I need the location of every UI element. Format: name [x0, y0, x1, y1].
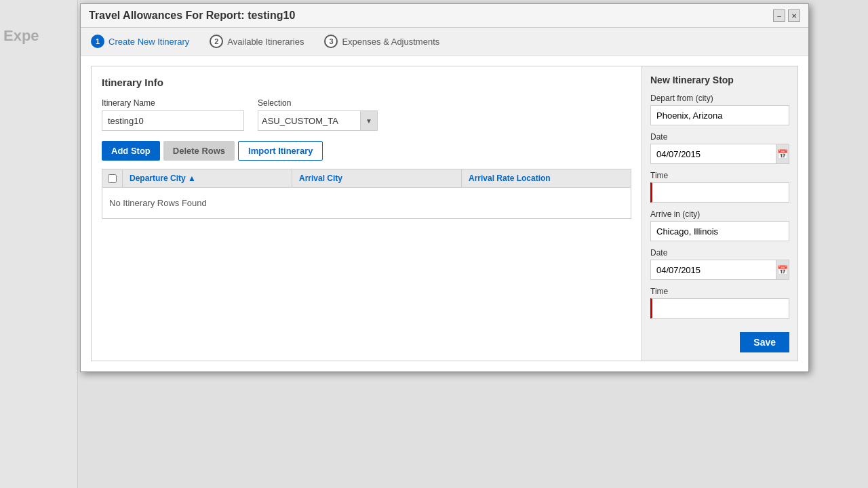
arrival-rate-location-header[interactable]: Arrival Rate Location	[462, 169, 631, 187]
selection-group: Selection ▼	[258, 98, 378, 131]
selection-input[interactable]	[258, 111, 360, 130]
depart-date-label: Date	[650, 132, 789, 142]
close-button[interactable]: ✕	[788, 9, 800, 22]
arrive-date-label: Date	[650, 248, 789, 258]
arrive-time-group: Time	[650, 287, 789, 319]
depart-time-label: Time	[650, 171, 789, 180]
step-expenses[interactable]: 3 Expenses & Adjustments	[324, 35, 439, 48]
action-buttons: Add Stop Delete Rows Import Itinerary	[102, 141, 631, 161]
add-stop-button[interactable]: Add Stop	[102, 141, 160, 161]
depart-time-group: Time	[650, 171, 789, 203]
arrive-date-calendar-icon[interactable]: 📅	[776, 260, 789, 280]
minimize-button[interactable]: –	[773, 9, 785, 22]
arrive-city-label: Arrive in (city)	[650, 209, 789, 219]
steps-bar: 1 Create New Itinerary 2 Available Itine…	[81, 28, 808, 56]
depart-date-calendar-icon[interactable]: 📅	[776, 144, 789, 164]
step-1-label: Create New Itinerary	[108, 37, 189, 47]
right-panel-content: New Itinerary Stop Depart from (city) Da…	[650, 75, 789, 325]
modal-container: Travel Allowances For Report: testing10 …	[80, 3, 809, 372]
section-title: Itinerary Info	[102, 77, 631, 88]
table-check-all[interactable]	[102, 170, 123, 187]
departure-city-header[interactable]: Departure City ▲	[123, 169, 292, 187]
itinerary-name-input[interactable]	[102, 110, 244, 131]
save-button[interactable]: Save	[740, 332, 789, 352]
step-2-number: 2	[210, 35, 223, 48]
left-panel: Itinerary Info Itinerary Name Selection …	[91, 66, 642, 361]
table-empty-message: No Itinerary Rows Found	[102, 188, 631, 218]
selection-wrapper: ▼	[258, 110, 378, 131]
depart-date-group: Date 📅	[650, 132, 789, 164]
modal-titlebar: Travel Allowances For Report: testing10 …	[81, 4, 808, 28]
step-1-number: 1	[91, 35, 104, 48]
selection-dropdown-button[interactable]: ▼	[360, 111, 377, 130]
new-stop-title: New Itinerary Stop	[650, 75, 789, 85]
itinerary-table: Departure City ▲ Arrival City Arrival Ra…	[102, 169, 631, 219]
arrive-date-input[interactable]	[650, 260, 776, 280]
step-3-number: 3	[324, 35, 338, 48]
save-row: Save	[650, 332, 789, 352]
import-itinerary-button[interactable]: Import Itinerary	[238, 141, 323, 161]
modal-body: Itinerary Info Itinerary Name Selection …	[81, 56, 808, 371]
arrive-time-input[interactable]	[650, 298, 789, 319]
step-available[interactable]: 2 Available Itineraries	[210, 35, 304, 48]
select-all-checkbox[interactable]	[108, 174, 117, 183]
delete-rows-button[interactable]: Delete Rows	[163, 141, 235, 161]
step-create[interactable]: 1 Create New Itinerary	[91, 35, 189, 48]
selection-label: Selection	[258, 98, 378, 108]
modal-title: Travel Allowances For Report: testing10	[89, 9, 295, 22]
depart-date-input[interactable]	[650, 144, 776, 164]
background-label: Expe	[3, 27, 39, 45]
depart-city-label: Depart from (city)	[650, 94, 789, 103]
background-sidebar	[0, 0, 78, 488]
depart-date-wrapper: 📅	[650, 144, 789, 164]
arrive-time-label: Time	[650, 287, 789, 296]
depart-city-input[interactable]	[650, 105, 789, 125]
right-panel: New Itinerary Stop Depart from (city) Da…	[642, 66, 798, 361]
arrival-city-header[interactable]: Arrival City	[292, 169, 462, 187]
arrive-city-group: Arrive in (city)	[650, 209, 789, 241]
step-2-label: Available Itineraries	[227, 37, 304, 47]
itinerary-name-label: Itinerary Name	[102, 98, 244, 108]
itinerary-name-group: Itinerary Name	[102, 98, 244, 131]
depart-city-group: Depart from (city)	[650, 94, 789, 125]
depart-time-input[interactable]	[650, 182, 789, 203]
step-3-label: Expenses & Adjustments	[342, 37, 439, 47]
table-header: Departure City ▲ Arrival City Arrival Ra…	[102, 169, 631, 188]
arrive-city-input[interactable]	[650, 221, 789, 241]
modal-controls: – ✕	[773, 9, 800, 22]
arrive-date-wrapper: 📅	[650, 260, 789, 280]
form-row: Itinerary Name Selection ▼	[102, 98, 631, 131]
arrive-date-group: Date 📅	[650, 248, 789, 280]
